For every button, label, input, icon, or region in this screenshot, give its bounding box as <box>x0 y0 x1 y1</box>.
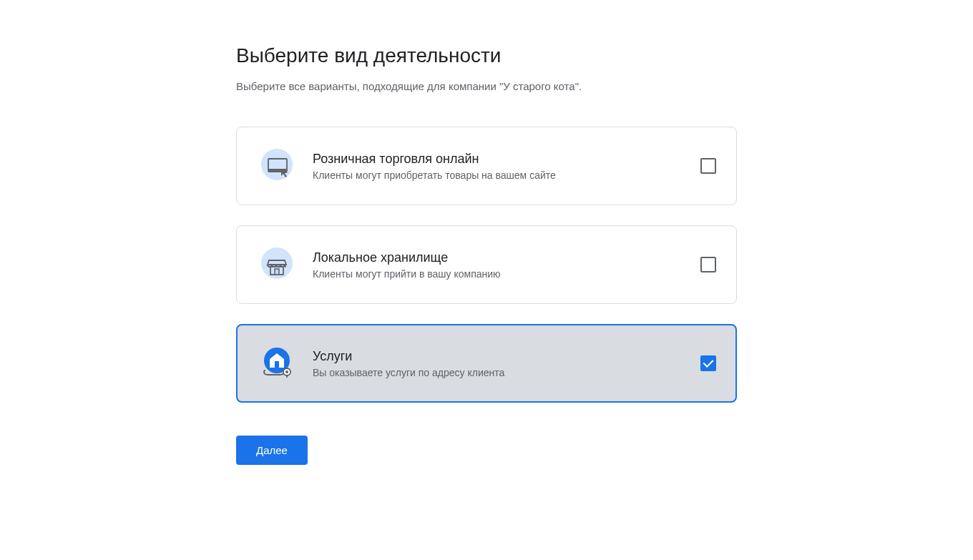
option-services[interactable]: Услуги Вы оказываете услуги по адресу кл… <box>236 324 737 403</box>
option-online-retail[interactable]: Розничная торговля онлайн Клиенты могут … <box>236 127 737 205</box>
house-pin-icon <box>257 343 297 383</box>
option-description: Клиенты могут прийти в вашу компанию <box>313 268 700 280</box>
checkbox-online-retail[interactable] <box>700 158 716 174</box>
option-text: Услуги Вы оказываете услуги по адресу кл… <box>313 349 700 378</box>
page-title: Выберите вид деятельности <box>236 44 737 67</box>
option-title: Услуги <box>313 349 700 364</box>
option-title: Розничная торговля онлайн <box>313 152 700 167</box>
checkbox-services[interactable] <box>700 355 716 371</box>
svg-rect-7 <box>275 361 279 368</box>
option-local-store[interactable]: Локальное хранилище Клиенты могут прийти… <box>236 225 737 304</box>
svg-rect-2 <box>268 169 287 172</box>
page-subtitle: Выберите все варианты, подходящие для ко… <box>236 80 737 92</box>
option-description: Клиенты могут приобретать товары на ваше… <box>313 170 700 181</box>
checkbox-local-store[interactable] <box>700 257 716 272</box>
svg-rect-5 <box>275 269 279 275</box>
next-button[interactable]: Далее <box>236 436 308 465</box>
option-text: Розничная торговля онлайн Клиенты могут … <box>313 152 700 181</box>
option-description: Вы оказываете услуги по адресу клиента <box>313 367 700 378</box>
option-text: Локальное хранилище Клиенты могут прийти… <box>313 250 700 280</box>
monitor-cursor-icon <box>257 146 297 186</box>
storefront-icon <box>257 245 297 285</box>
option-title: Локальное хранилище <box>313 250 700 265</box>
svg-point-0 <box>261 149 293 180</box>
svg-point-9 <box>285 370 288 373</box>
